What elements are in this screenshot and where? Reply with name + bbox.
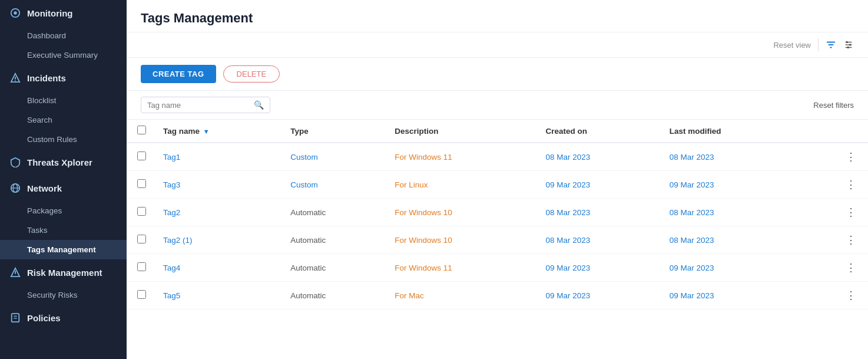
svg-point-16 [849, 44, 852, 46]
sidebar-item-tags-management[interactable]: Tags Management [0, 240, 127, 259]
row-description: For Windows 10 [387, 226, 538, 254]
sidebar-section-policies[interactable]: Policies [0, 305, 127, 331]
search-icon: 🔍 [254, 100, 264, 110]
row-tag-name: Tag2 (1) [156, 226, 283, 254]
tag-name-link[interactable]: Tag5 [163, 291, 180, 300]
sidebar-item-tasks[interactable]: Tasks [0, 220, 127, 240]
row-checkbox-cell [127, 282, 156, 309]
row-created-on: 08 Mar 2023 [538, 226, 662, 254]
sidebar-section-monitoring[interactable]: Monitoring [0, 0, 127, 26]
row-actions-cell: ⋮ [801, 254, 868, 282]
sidebar-section-threats-xplorer[interactable]: Threats Xplorer [0, 149, 127, 175]
sidebar-item-packages[interactable]: Packages [0, 201, 127, 220]
svg-rect-10 [12, 314, 19, 322]
row-description: For Windows 11 [387, 254, 538, 282]
row-last-modified: 08 Mar 2023 [662, 199, 801, 226]
incidents-icon [9, 72, 21, 84]
row-checkbox[interactable] [137, 235, 146, 243]
row-actions-cell: ⋮ [801, 143, 868, 171]
sidebar-item-dashboard[interactable]: Dashboard [0, 26, 127, 45]
row-checkbox[interactable] [137, 262, 146, 271]
sliders-icon [843, 39, 854, 50]
row-checkbox[interactable] [137, 179, 146, 188]
row-menu-button[interactable]: ⋮ [843, 206, 859, 219]
sort-arrow-icon: ▼ [203, 128, 210, 135]
tag-name-link[interactable]: Tag2 (1) [163, 236, 193, 245]
page-title: Tags Management [141, 11, 854, 26]
col-created-on: Created on [538, 120, 662, 143]
tag-name-link[interactable]: Tag4 [163, 264, 180, 272]
table-row: Tag5 Automatic For Mac 09 Mar 2023 09 Ma… [127, 282, 868, 309]
row-checkbox-cell [127, 199, 156, 226]
col-row-actions [801, 120, 868, 143]
row-menu-button[interactable]: ⋮ [843, 150, 859, 163]
tag-name-link[interactable]: Tag2 [163, 208, 180, 217]
row-checkbox-cell [127, 226, 156, 254]
col-type: Type [283, 120, 387, 143]
filter-bar: 🔍 Reset filters [127, 91, 868, 120]
sliders-button[interactable] [843, 39, 854, 50]
row-checkbox[interactable] [137, 207, 146, 216]
col-last-modified: Last modified [662, 120, 801, 143]
reset-view-button[interactable]: Reset view [773, 41, 811, 50]
row-actions-cell: ⋮ [801, 171, 868, 199]
table-row: Tag4 Automatic For Windows 11 09 Mar 202… [127, 254, 868, 282]
svg-point-18 [847, 47, 849, 49]
table-row: Tag3 Custom For Linux 09 Mar 2023 09 Mar… [127, 171, 868, 199]
sidebar-section-network[interactable]: Network [0, 175, 127, 201]
col-checkbox [127, 120, 156, 143]
row-type: Automatic [283, 254, 387, 282]
col-description: Description [387, 120, 538, 143]
row-actions-cell: ⋮ [801, 199, 868, 226]
row-menu-button[interactable]: ⋮ [843, 261, 859, 274]
delete-button[interactable]: DELETE [223, 65, 280, 83]
table-body: Tag1 Custom For Windows 11 08 Mar 2023 0… [127, 143, 868, 309]
row-actions-cell: ⋮ [801, 226, 868, 254]
tag-name-search-input[interactable] [147, 101, 254, 110]
row-last-modified: 09 Mar 2023 [662, 171, 801, 199]
sidebar-item-search[interactable]: Search [0, 110, 127, 130]
page-header: Tags Management [127, 0, 868, 32]
row-tag-name: Tag1 [156, 143, 283, 171]
row-type: Automatic [283, 282, 387, 309]
row-type: Automatic [283, 226, 387, 254]
row-description: For Windows 11 [387, 143, 538, 171]
row-type: Automatic [283, 199, 387, 226]
row-menu-button[interactable]: ⋮ [843, 178, 859, 191]
row-checkbox[interactable] [137, 151, 146, 160]
row-tag-name: Tag2 [156, 199, 283, 226]
row-created-on: 09 Mar 2023 [538, 254, 662, 282]
monitoring-icon [9, 7, 21, 19]
table-header-row: Tag name ▼ Type Description Created on L… [127, 120, 868, 143]
reset-filters-button[interactable]: Reset filters [813, 101, 854, 110]
sidebar-item-custom-rules[interactable]: Custom Rules [0, 130, 127, 149]
search-input-wrap: 🔍 [141, 97, 270, 113]
toolbar-divider [818, 38, 819, 51]
tags-table-container: Tag name ▼ Type Description Created on L… [127, 120, 868, 359]
sidebar-item-security-risks[interactable]: Security Risks [0, 285, 127, 305]
row-tag-name: Tag5 [156, 282, 283, 309]
row-last-modified: 08 Mar 2023 [662, 226, 801, 254]
table-row: Tag2 (1) Automatic For Windows 10 08 Mar… [127, 226, 868, 254]
row-menu-button[interactable]: ⋮ [843, 289, 859, 302]
main-content: Tags Management Reset view CREATE TAG DE… [127, 0, 868, 359]
sidebar-item-blocklist[interactable]: Blocklist [0, 91, 127, 110]
tags-table: Tag name ▼ Type Description Created on L… [127, 120, 868, 309]
col-tag-name[interactable]: Tag name ▼ [156, 120, 283, 143]
sidebar-item-executive-summary[interactable]: Executive Summary [0, 45, 127, 65]
svg-point-4 [15, 80, 16, 81]
select-all-checkbox[interactable] [137, 126, 146, 134]
create-tag-button[interactable]: CREATE TAG [141, 65, 216, 83]
row-actions-cell: ⋮ [801, 282, 868, 309]
sidebar-section-incidents[interactable]: Incidents [0, 65, 127, 91]
filter-button[interactable] [826, 39, 836, 50]
row-tag-name: Tag4 [156, 254, 283, 282]
tag-name-link[interactable]: Tag3 [163, 180, 180, 189]
sidebar-section-risk-management[interactable]: Risk Management [0, 259, 127, 285]
row-menu-button[interactable]: ⋮ [843, 233, 859, 246]
filter-icon [826, 39, 836, 50]
table-row: Tag2 Automatic For Windows 10 08 Mar 202… [127, 199, 868, 226]
row-checkbox-cell [127, 254, 156, 282]
row-checkbox[interactable] [137, 290, 146, 299]
tag-name-link[interactable]: Tag1 [163, 153, 180, 162]
